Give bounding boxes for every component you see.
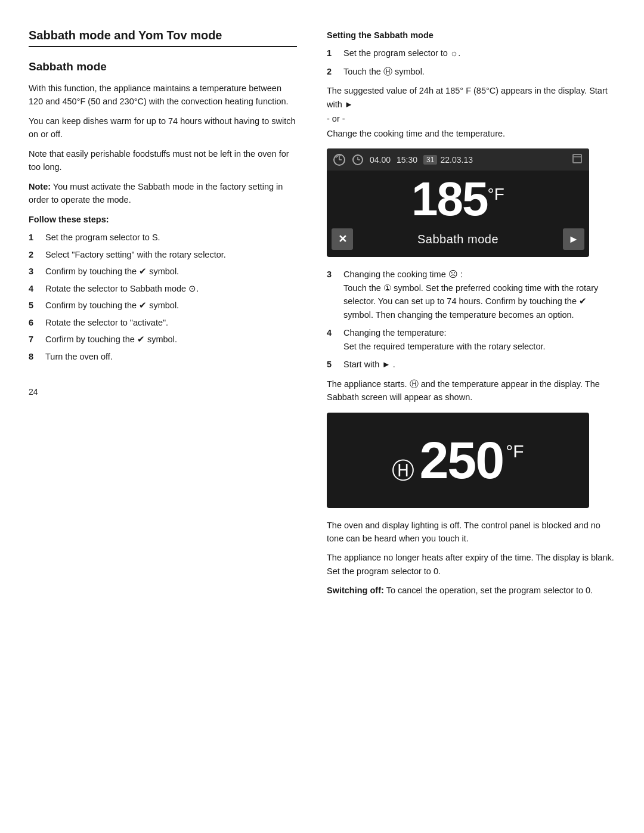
temp-250-group: Ⓗ 250 °F xyxy=(392,434,524,487)
list-item: 7Corfirm by touching the ✔ symbol. xyxy=(29,333,297,346)
display-box-2: Ⓗ 250 °F xyxy=(327,413,589,508)
display-corner-icon xyxy=(571,153,583,166)
time1: 04.00 xyxy=(370,155,391,165)
temp-value: 185 xyxy=(411,175,487,223)
arrow-right-button[interactable]: ► xyxy=(563,228,584,250)
appliance-starts-text: The appliance starts. Ⓗ and the temperat… xyxy=(327,377,615,404)
setting-heading: Setting the Sabbath mode xyxy=(327,29,615,42)
date-text: 22.03.13 xyxy=(440,155,473,165)
switching-off-text: To cancel the operation, set the program… xyxy=(386,586,593,595)
list-item: 6Rotate the selector to "activate". xyxy=(29,316,297,329)
list-item: 3Confirm by touching the ✔ symbol. xyxy=(29,265,297,278)
list-item: 3 Changing the cooking time ☹ : Touch th… xyxy=(327,268,615,321)
panel-off-text: The oven and display lighting is off. Th… xyxy=(327,519,615,546)
list-item: 1Set the program selector to S. xyxy=(29,231,297,244)
list-item: 5 Start with ► . xyxy=(327,358,615,371)
svg-rect-6 xyxy=(573,154,581,163)
x-button[interactable]: ✕ xyxy=(332,228,353,250)
switching-off-para: Switching off: To cancel the operation, … xyxy=(327,584,615,597)
deg-label: °F xyxy=(488,185,504,204)
page: Sabbath mode and Yom Tov mode Sabbath mo… xyxy=(0,0,644,833)
appliance-no-longer-text: The appliance no longer heats after expi… xyxy=(327,551,615,578)
list-item: 4Rotate the selector to Sabbath mode ⊙. xyxy=(29,282,297,295)
circle-d-icon: Ⓗ xyxy=(392,456,414,486)
list-item: 2Select "Factory setting" with the rotar… xyxy=(29,248,297,261)
intro-para-1: With this function, the appliance mainta… xyxy=(29,82,297,109)
list-item: 5Confirm by touching the ✔ symbol. xyxy=(29,299,297,312)
switching-off-label: Switching off: xyxy=(327,586,384,595)
sweep-clock-icon xyxy=(333,153,346,166)
note-para: Note: You must activate the Sabbath mode… xyxy=(29,180,297,207)
display-top-bar: 04.00 15:30 31 22.03.13 xyxy=(327,148,589,171)
follow-steps-label: Follow these steps: xyxy=(29,213,297,226)
time2: 15:30 xyxy=(397,155,417,165)
note-bold: Note: xyxy=(29,182,51,191)
display-box-1: 04.00 15:30 31 22.03.13 185 °F xyxy=(327,148,589,257)
date-group: 31 22.03.13 xyxy=(423,155,473,165)
intro-para-3: Note that easily perishable foodstuffs m… xyxy=(29,147,297,174)
steps-3-5-list: 3 Changing the cooking time ☹ : Touch th… xyxy=(327,268,615,371)
left-column: Sabbath mode and Yom Tov mode Sabbath mo… xyxy=(29,29,321,397)
list-item: 4 Changing the temperature: Set the requ… xyxy=(327,326,615,353)
section-title: Sabbath mode and Yom Tov mode xyxy=(29,29,297,47)
list-item: 1 Set the program selector to ☼. xyxy=(327,47,615,60)
right-column: Setting the Sabbath mode 1 Set the progr… xyxy=(321,29,615,804)
calendar-icon: 31 xyxy=(423,155,437,165)
or-text: - or - xyxy=(327,112,615,125)
suggested-value-text: The suggested value of 24h at 185° F (85… xyxy=(327,84,615,111)
temp-row: 185 °F xyxy=(327,171,589,225)
list-item: 2 Touch the Ⓗ symbol. xyxy=(327,65,615,78)
clock-icon xyxy=(352,154,364,166)
note-text: You must activate the Sabbath mode in th… xyxy=(29,182,283,205)
sabbath-mode-label: Sabbath mode xyxy=(357,233,559,246)
change-text: Change the cooking time and the temperat… xyxy=(327,127,615,140)
list-item: 8Turn the oven off. xyxy=(29,350,297,363)
steps-list: 1Set the program selector to S. 2Select … xyxy=(29,231,297,363)
setting-steps-list: 1 Set the program selector to ☼. 2 Touch… xyxy=(327,47,615,78)
deg-f-250: °F xyxy=(506,441,524,462)
page-number: 24 xyxy=(29,369,297,397)
intro-para-2: You can keep dishes warm for up to 74 ho… xyxy=(29,114,297,141)
display-bottom-row: ✕ Sabbath mode ► xyxy=(327,225,589,257)
subsection-title: Sabbath mode xyxy=(29,60,297,73)
temp-250-value: 250 xyxy=(419,434,503,487)
